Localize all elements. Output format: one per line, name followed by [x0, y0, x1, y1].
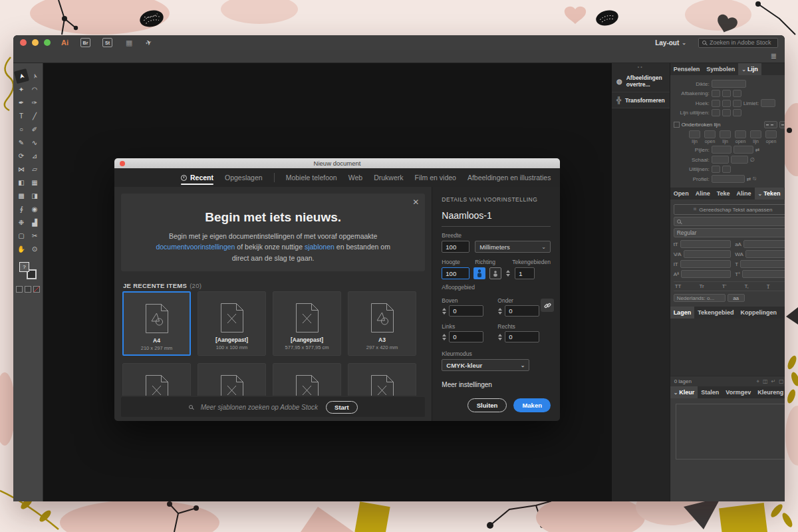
- hand-tool[interactable]: ✋: [15, 243, 28, 255]
- dash1-field[interactable]: [689, 130, 700, 138]
- swap-arrows-icon[interactable]: ⇄: [755, 147, 760, 153]
- tab-penselen[interactable]: Penselen: [670, 63, 704, 75]
- bleed-left-stepper[interactable]: [442, 334, 447, 340]
- templates-link[interactable]: sjablonen: [305, 243, 334, 251]
- flip-across-icon[interactable]: ⍉: [753, 176, 756, 182]
- close-icon[interactable]: ✕: [412, 198, 419, 207]
- create-button[interactable]: Maken: [513, 398, 551, 412]
- stock-search-input[interactable]: Zoeken in Adobe Stock: [698, 38, 778, 48]
- bleed-bottom-input[interactable]: [505, 305, 539, 317]
- height-input[interactable]: [442, 267, 469, 279]
- curvature-tool[interactable]: ✑: [29, 96, 41, 109]
- paintbrush-tool[interactable]: ✐: [29, 123, 41, 136]
- width-input[interactable]: [442, 241, 469, 253]
- dash-preserve-button[interactable]: [764, 121, 777, 128]
- preset-card-more[interactable]: [122, 363, 191, 396]
- landscape-orientation-button[interactable]: [489, 267, 501, 279]
- tab-kleurengids[interactable]: Kleureng: [754, 386, 785, 398]
- new-layer-icon[interactable]: ▢: [779, 378, 784, 385]
- tab-opentype[interactable]: Open: [670, 188, 692, 200]
- preset-card-custom-1[interactable]: [Aangepast] 100 x 100 mm: [198, 291, 266, 356]
- perspective-grid-tool[interactable]: ▦: [29, 176, 41, 189]
- selection-tool[interactable]: ➤: [13, 68, 29, 84]
- tab-tekenstijlen[interactable]: Teke: [714, 188, 733, 200]
- tab-symbolen[interactable]: Symbolen: [703, 63, 738, 75]
- zoom-tool[interactable]: ⊙: [29, 243, 41, 255]
- type-tool[interactable]: T: [15, 110, 28, 122]
- stock-button[interactable]: St: [102, 38, 112, 47]
- panel-menu-icon[interactable]: ≣: [771, 52, 777, 61]
- arrow-extend-button[interactable]: [712, 166, 720, 173]
- slice-tool[interactable]: ✂: [29, 229, 41, 242]
- limit-field[interactable]: [761, 99, 775, 107]
- symbol-sprayer-tool[interactable]: ❉: [15, 216, 28, 229]
- portrait-orientation-button[interactable]: [473, 267, 485, 279]
- cap-butt-button[interactable]: [712, 90, 720, 97]
- dialog-close-button[interactable]: [120, 161, 125, 166]
- artboards-stepper[interactable]: [505, 270, 511, 277]
- tab-web[interactable]: Web: [348, 168, 362, 187]
- stock-template-search[interactable]: Meer sjablonen zoeken op Adobe Stock Sta…: [121, 397, 425, 417]
- dashed-line-checkbox[interactable]: [674, 122, 680, 128]
- language-combo[interactable]: Nederlands: o...: [674, 294, 726, 302]
- dock-drag-handle[interactable]: ••: [612, 63, 670, 70]
- arrow-start-combo[interactable]: [712, 146, 732, 154]
- font-size-combo[interactable]: [680, 240, 731, 248]
- horizontal-scale-combo[interactable]: [740, 260, 785, 268]
- ellipse-tool[interactable]: ○: [15, 123, 28, 136]
- artboards-input[interactable]: [515, 267, 535, 279]
- arrow-place-button[interactable]: [722, 166, 731, 173]
- tab-opgeslagen[interactable]: Opgeslagen: [225, 168, 263, 187]
- scale-end-field[interactable]: [731, 156, 748, 164]
- underline-button[interactable]: Ṯ: [767, 283, 770, 289]
- rotate-tool[interactable]: ⟳: [15, 150, 28, 162]
- tab-film-en-video[interactable]: Film en video: [414, 168, 456, 187]
- artboard-tool[interactable]: ▢: [15, 229, 28, 242]
- bleed-left-input[interactable]: [449, 331, 483, 342]
- tab-lijn[interactable]: ⌄ Lijn: [738, 63, 761, 75]
- bleed-right-input[interactable]: [505, 331, 539, 342]
- gap3-field[interactable]: [765, 130, 777, 138]
- small-caps-button[interactable]: Tr: [700, 283, 704, 289]
- tab-recent[interactable]: Recent: [181, 168, 213, 187]
- char-rotation-combo[interactable]: [742, 270, 785, 278]
- bleed-top-input[interactable]: [449, 305, 483, 317]
- preset-card-more[interactable]: [273, 363, 341, 396]
- tab-kleur[interactable]: ⌄ Kleur: [670, 386, 698, 398]
- scale-tool[interactable]: ⊿: [29, 150, 41, 162]
- baseline-shift-combo[interactable]: [681, 270, 731, 278]
- pen-tool[interactable]: ✒: [15, 96, 28, 109]
- shape-builder-tool[interactable]: ◧: [15, 176, 28, 189]
- align-inside-button[interactable]: [722, 109, 731, 116]
- cap-round-button[interactable]: [722, 90, 731, 97]
- line-segment-tool[interactable]: ╱: [29, 110, 41, 122]
- units-dropdown[interactable]: Millimeters ⌄: [475, 241, 551, 253]
- tab-alinea[interactable]: Aline: [692, 188, 714, 200]
- direct-selection-tool[interactable]: ➢: [27, 68, 42, 84]
- vertical-scale-combo[interactable]: [680, 260, 731, 268]
- bleed-top-stepper[interactable]: [442, 308, 447, 315]
- preset-card-more[interactable]: [348, 363, 416, 396]
- minimize-window-button[interactable]: [32, 39, 39, 46]
- image-trace-panel-button[interactable]: ◍ Afbeeldingen overtre...: [612, 70, 670, 92]
- corner-round-button[interactable]: [722, 100, 731, 107]
- tracking-combo[interactable]: [745, 250, 785, 258]
- lasso-tool[interactable]: ◠: [29, 83, 41, 96]
- preset-card-custom-2[interactable]: [Aangepast] 577,95 x 577,95 cm: [273, 291, 341, 356]
- more-settings-link[interactable]: Meer instellingen: [442, 381, 551, 388]
- bleed-bottom-stepper[interactable]: [497, 308, 503, 315]
- preset-card-a4[interactable]: A4 210 x 297 mm: [122, 291, 191, 356]
- eyedropper-tool[interactable]: ∮: [15, 203, 28, 215]
- graph-tool[interactable]: ▟: [29, 216, 41, 229]
- blend-tool[interactable]: ◉: [29, 203, 41, 215]
- align-outside-button[interactable]: [733, 109, 741, 116]
- none-mode-button[interactable]: [33, 286, 40, 293]
- flip-along-icon[interactable]: ⇄: [747, 176, 751, 182]
- all-caps-button[interactable]: TT: [675, 283, 682, 289]
- arrow-end-combo[interactable]: [733, 146, 753, 154]
- gap1-field[interactable]: [704, 130, 716, 138]
- tab-lagen[interactable]: Lagen: [670, 307, 695, 319]
- mesh-tool[interactable]: ▩: [15, 190, 28, 202]
- new-sublayer-icon[interactable]: ↵: [771, 378, 776, 385]
- width-tool[interactable]: ⋈: [15, 163, 28, 176]
